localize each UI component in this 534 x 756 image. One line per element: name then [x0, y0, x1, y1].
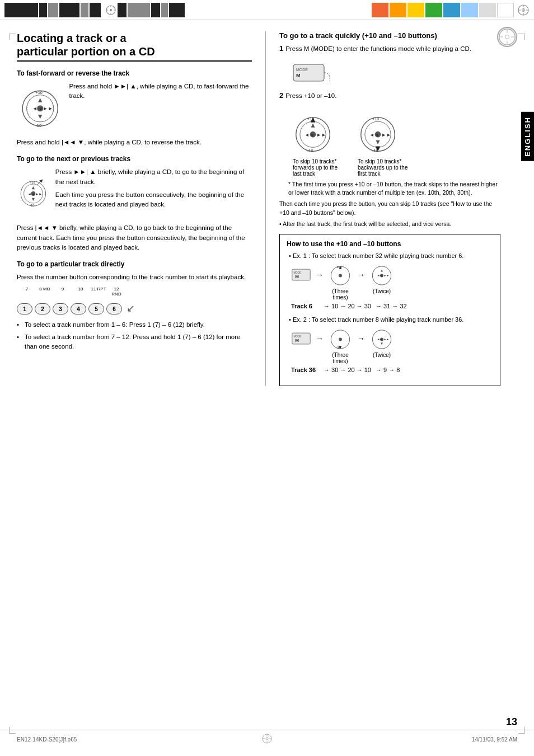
svg-text:►►: ►►	[383, 275, 389, 278]
ex1-sequence: → 10 → 20 → 30	[324, 303, 371, 309]
ex1-diagram-row: MODE M → +10 →	[291, 262, 493, 287]
ex1-arrow1: →	[316, 270, 324, 279]
sub1-diagram: +10 -10 ◄◄ ►► Press and hold ►►| ▲, whil…	[17, 82, 252, 132]
ex2-track-label: Track 36	[291, 367, 319, 373]
btn-label-1: 7	[19, 287, 35, 297]
ex1-twice: (Twice)	[369, 288, 394, 294]
svg-point-60	[339, 274, 342, 278]
svg-point-80	[266, 738, 268, 740]
color-block-blue	[443, 3, 460, 17]
color-block-lightblue	[461, 3, 478, 17]
svg-text:◄◄: ◄◄	[377, 339, 383, 341]
corner-mark-tr	[518, 34, 525, 40]
svg-text:◄◄: ◄◄	[369, 132, 380, 137]
step2-num: 2	[279, 91, 283, 100]
compass-icon-right	[517, 4, 530, 16]
ex1-result-svg: ◄◄ ►►	[369, 262, 394, 287]
page-circle	[497, 27, 517, 47]
sub2-text-container: Press ►►| ▲ briefly, while playing a CD,…	[55, 167, 252, 213]
page-number-bottom: 13	[506, 716, 517, 728]
svg-text:-10: -10	[307, 149, 313, 153]
page-content: Locating a track or a particular portion…	[0, 20, 534, 397]
num-btn-4[interactable]: 4	[71, 303, 86, 314]
num-btn-2[interactable]: 2	[35, 303, 50, 314]
ex2-three-times: (Three times)	[328, 352, 353, 364]
mode-btn-diagram: MODE M	[291, 62, 500, 86]
svg-marker-67	[381, 270, 383, 272]
ex2-result: → 9 → 8	[376, 367, 400, 373]
step2-text: Press +10 or –10.	[285, 91, 336, 101]
right-column: To go to a track quickly (+10 and –10 bu…	[279, 31, 517, 386]
svg-marker-27	[38, 115, 42, 119]
svg-marker-35	[32, 186, 35, 189]
ex1-arrow2: →	[357, 270, 365, 279]
mode-diagram-svg: MODE M	[291, 62, 335, 84]
svg-text:M: M	[296, 73, 301, 78]
backward-dial-container: +10 -10 ◄◄ ►► To skip 10 tracks* backwar…	[355, 109, 411, 177]
ex2-minus10-svg: -10	[328, 326, 353, 351]
header-block-6	[90, 3, 101, 17]
color-block-gray	[479, 3, 496, 17]
header-bar	[0, 0, 534, 20]
ex1-track-row: Track 6 → 10 → 20 → 30 → 31 → 32	[291, 303, 493, 309]
svg-text:►►: ►►	[316, 132, 326, 137]
btn-label-4: 10	[73, 287, 88, 297]
color-block-red	[372, 3, 388, 17]
header-block-7	[118, 3, 127, 17]
arrow-indicator: ↙	[127, 302, 135, 314]
svg-point-1	[110, 9, 112, 11]
num-btn-3[interactable]: 3	[53, 303, 68, 314]
how-to-title: How to use the +10 and –10 buttons	[287, 240, 493, 248]
step2-row: 2 Press +10 or –10.	[279, 91, 500, 104]
bullet-item-2: To select a track number from 7 – 12: Pr…	[17, 332, 252, 352]
ex1-plus10-svg: +10	[328, 262, 353, 287]
svg-text:+10: +10	[336, 265, 343, 269]
svg-marker-78	[381, 343, 383, 345]
svg-text:◄◄: ◄◄	[305, 132, 315, 137]
forward-dial-container: +10 -10 ◄◄ ►► To skip 10 tracks* forward…	[291, 109, 346, 177]
step2-dial-diagrams: +10 -10 ◄◄ ►► To skip 10 tracks* forward…	[291, 109, 500, 177]
ex2-text: • Ex. 2 : To select track number 8 while…	[287, 316, 493, 323]
header-block-2	[39, 3, 47, 17]
forward-desc: To skip 10 tracks* forwards up to the la…	[291, 158, 346, 177]
color-block-green	[425, 3, 442, 17]
color-block-white	[497, 3, 514, 17]
header-block-4	[59, 3, 79, 17]
footer-left: EN12-14KD-S20[J]f.p65	[17, 736, 184, 743]
ex2-section: • Ex. 2 : To select track number 8 while…	[287, 316, 493, 373]
note-star: * The first time you press +10 or –10 bu…	[279, 180, 500, 198]
sub1-text2: Press and hold |◄◄ ▼, while playing a CD…	[17, 138, 252, 147]
svg-text:►►: ►►	[381, 132, 391, 137]
svg-point-8	[523, 10, 524, 11]
footer-right: 14/11/03, 9:52 AM	[350, 736, 517, 743]
dial-svg-2: +10 -10 ◄◄ ►►	[17, 167, 50, 218]
ex1-mode-btn-svg: MODE M	[291, 268, 311, 281]
svg-marker-55	[376, 140, 380, 144]
num-btn-1[interactable]: 1	[17, 303, 32, 314]
header-block-5	[81, 3, 88, 17]
note-then: Then each time you press the button, you…	[279, 200, 500, 218]
english-tab: ENGLISH	[521, 112, 534, 161]
ex2-arrow1: →	[316, 334, 324, 343]
num-btn-6[interactable]: 6	[106, 303, 122, 314]
dial-svg-1: +10 -10 ◄◄ ►►	[17, 82, 63, 132]
svg-text:+10: +10	[372, 117, 379, 121]
note-after: • After the last track, the first track …	[279, 220, 500, 229]
svg-marker-46	[311, 123, 315, 127]
btn-label-3: 9	[55, 287, 71, 297]
ex2-track-row: Track 36 → 30 → 20 → 10 → 9 → 8	[291, 367, 493, 373]
ex1-labels-row: (Three times) (Twice)	[291, 288, 493, 300]
svg-text:◄◄: ◄◄	[32, 106, 43, 111]
step1-row: 1 Press M (MODE) to enter the functions …	[279, 44, 500, 57]
svg-text:+10: +10	[35, 90, 43, 95]
num-btn-5[interactable]: 5	[88, 303, 104, 314]
footer-compass-icon	[262, 734, 272, 744]
sub1-title: To fast-forward or reverse the track	[17, 69, 252, 77]
svg-text:+10: +10	[30, 181, 35, 184]
sub1-text1: Press and hold ►►| ▲, while playing a CD…	[69, 82, 252, 101]
svg-marker-26	[38, 98, 42, 102]
right-sub1-title: To go to a track quickly (+10 and –10 bu…	[279, 31, 500, 40]
svg-text:-10: -10	[35, 123, 41, 128]
left-column: Locating a track or a particular portion…	[17, 31, 252, 386]
color-block-yellow	[407, 3, 424, 17]
